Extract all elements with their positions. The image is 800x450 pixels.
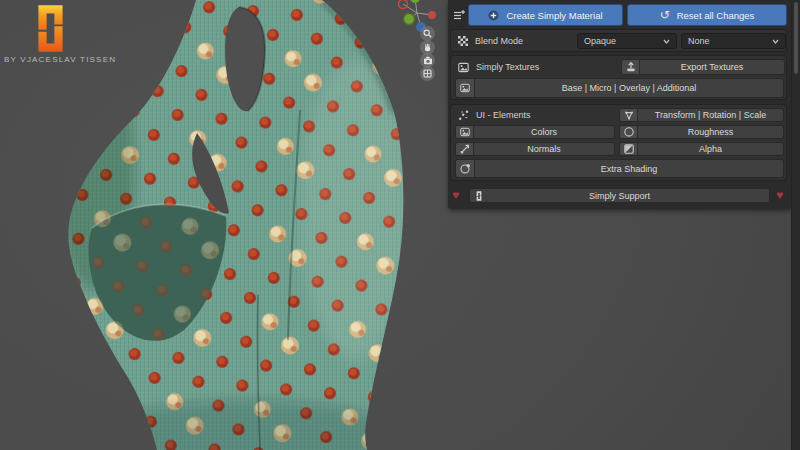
grid-icon [423, 69, 432, 78]
axis-y-icon [404, 14, 415, 25]
colors-label: Colors [474, 127, 614, 137]
textures-group: Simply Textures Export Textures [450, 55, 787, 100]
reset-changes-button[interactable]: ↺ Reset all Changes [627, 4, 787, 26]
chevron-down-icon [772, 39, 779, 44]
normals-icon [456, 143, 474, 155]
panel-scrollbar[interactable] [794, 2, 798, 74]
texture-maps-button[interactable]: Base | Micro | Overlay | Additional [455, 78, 784, 98]
heart-icon: ♥ [776, 189, 783, 201]
navigation-gizmo[interactable] [396, 0, 440, 32]
camera-icon [423, 56, 433, 65]
brand-watermark: BY VJACESLAV TISSEN [4, 55, 114, 64]
blender-window: BY VJACESLAV TISSEN [0, 0, 800, 450]
create-material-button[interactable]: Create Simply Material [468, 4, 623, 26]
export-icon [622, 60, 640, 74]
colors-image-icon [456, 126, 474, 138]
transform-rotation-scale-label: Transform | Rotation | Scale [638, 110, 783, 120]
region-border [791, 0, 800, 450]
hand-icon [423, 43, 432, 52]
simply-support-button[interactable]: Simply Support [469, 188, 770, 203]
image-stack-icon [456, 79, 475, 97]
plus-circle-icon [488, 10, 499, 21]
matball-icon [620, 126, 638, 138]
alpha-button[interactable]: Alpha [619, 142, 784, 156]
alpha-icon [620, 143, 638, 155]
extra-shading-label: Extra Shading [475, 164, 783, 174]
gizmo-icon [620, 109, 638, 121]
simply-material-panel: Create Simply Material ↺ Reset all Chang… [448, 0, 791, 209]
texture-image-icon [458, 62, 469, 73]
normals-label: Normals [474, 144, 614, 154]
shading-sphere-icon [456, 160, 475, 177]
transform-rotation-scale-button[interactable]: Transform | Rotation | Scale [619, 108, 784, 122]
texture-maps-label: Base | Micro | Overlay | Additional [475, 83, 783, 93]
perspective-toggle-button[interactable] [420, 66, 435, 81]
export-textures-label: Export Textures [640, 62, 784, 72]
reset-changes-label: Reset all Changes [677, 10, 755, 21]
panel-presets-button[interactable] [451, 4, 466, 26]
zoom-tool-button[interactable] [420, 26, 435, 41]
extra-shading-button[interactable]: Extra Shading [455, 159, 784, 178]
axis-x-icon [428, 11, 436, 19]
axis-z-icon [410, 0, 420, 3]
blend-mode-group: Blend Mode Opaque None [450, 29, 787, 52]
presets-icon [453, 9, 465, 21]
ui-elements-label: UI - Elements [476, 110, 531, 120]
roughness-button[interactable]: Roughness [619, 125, 784, 139]
blend-mode-label: Blend Mode [475, 36, 523, 46]
magnifier-icon [423, 29, 432, 38]
create-material-label: Create Simply Material [506, 10, 602, 21]
chevron-down-icon [663, 39, 670, 44]
blend-mode-value: Opaque [584, 36, 616, 46]
simply-logo-icon [470, 191, 488, 201]
shadow-mode-select[interactable]: None [681, 33, 786, 49]
normals-button[interactable]: Normals [455, 142, 615, 156]
ui-elements-group: UI - Elements Transform | Rotation | Sca… [450, 104, 787, 181]
ui-elements-icon [458, 110, 469, 121]
simply-textures-label: Simply Textures [476, 62, 539, 72]
heart-icon: ♥ [452, 189, 459, 201]
reset-icon: ↺ [660, 9, 670, 21]
simply-support-label: Simply Support [488, 191, 751, 201]
export-textures-button[interactable]: Export Textures [621, 59, 785, 75]
roughness-label: Roughness [638, 127, 783, 137]
checkerboard-icon [458, 36, 468, 46]
shadow-mode-value: None [688, 36, 710, 46]
blend-mode-select[interactable]: Opaque [577, 33, 677, 49]
colors-button[interactable]: Colors [455, 125, 615, 139]
simply-logo [27, 2, 74, 55]
alpha-label: Alpha [638, 144, 783, 154]
